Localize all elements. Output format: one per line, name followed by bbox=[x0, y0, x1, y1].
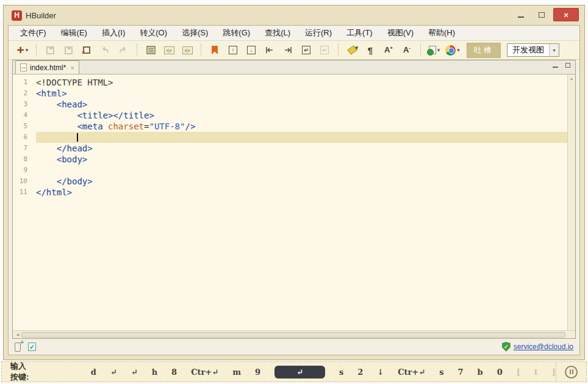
close-button[interactable]: × bbox=[553, 8, 579, 21]
line-number: 8 bbox=[13, 154, 36, 165]
toolbar-separator bbox=[36, 44, 37, 56]
maximize-button[interactable] bbox=[532, 8, 551, 21]
scroll-up-icon[interactable]: ▲ bbox=[570, 76, 574, 330]
editor-panel: <> index.html* × 1<!DOCTYPE HTML>2<html>… bbox=[12, 60, 576, 339]
font-increase-icon: A+ bbox=[384, 45, 393, 54]
run-chrome-button[interactable]: ▾ bbox=[445, 43, 460, 57]
xml-validate-icon: x|x bbox=[164, 46, 174, 54]
code-line[interactable]: 10 </body> bbox=[13, 176, 567, 187]
menu-item[interactable]: 视图(V) bbox=[381, 26, 420, 40]
extract-line-button[interactable]: ↓ bbox=[244, 43, 259, 57]
tab-index-html[interactable]: <> index.html* × bbox=[15, 60, 79, 74]
jump-line-end-button[interactable] bbox=[281, 43, 295, 57]
undo-button[interactable] bbox=[98, 43, 112, 57]
app-body: 文件(F)编辑(E)插入(I)转义(O)选择(S)跳转(G)查找(L)运行(R)… bbox=[8, 25, 580, 355]
code-line[interactable]: 4 <title></title> bbox=[13, 110, 567, 121]
minimize-icon bbox=[518, 16, 524, 18]
horizontal-scrollbar[interactable]: ◄ bbox=[13, 330, 575, 338]
key-indicator: s bbox=[339, 368, 343, 377]
menu-item[interactable]: 工具(T) bbox=[340, 26, 379, 40]
pause-button[interactable] bbox=[565, 366, 578, 379]
format-code-button[interactable] bbox=[143, 43, 158, 57]
menu-item[interactable]: 文件(F) bbox=[13, 26, 53, 40]
import-line-button[interactable]: ↑ bbox=[226, 43, 240, 57]
code-line[interactable]: 2<html> bbox=[13, 88, 567, 99]
close-all-button[interactable] bbox=[79, 43, 94, 57]
soft-wrap-button[interactable]: ↵ bbox=[299, 43, 314, 57]
key-indicator: Ctr+↵ bbox=[398, 368, 425, 377]
xml-validate-button[interactable]: x|x bbox=[162, 43, 176, 57]
menu-item[interactable]: 转义(O) bbox=[133, 26, 174, 40]
xml-schema-icon: x|x bbox=[182, 46, 193, 54]
feedback-button[interactable]: 吐槽 bbox=[467, 43, 501, 58]
menu-item[interactable]: 运行(R) bbox=[298, 26, 339, 40]
scroll-left-icon[interactable]: ◄ bbox=[14, 332, 21, 338]
pane-restore-icon[interactable] bbox=[565, 63, 570, 68]
code-line[interactable]: 9 bbox=[13, 165, 567, 176]
scrollbar-thumb[interactable] bbox=[21, 332, 565, 338]
save-button[interactable] bbox=[43, 43, 57, 57]
bookmark-button[interactable] bbox=[207, 43, 222, 57]
key-display-bar: 输入按键: d↵↵h8Ctr+↵m9↵s2↓Ctr+↵s7b0[t] bbox=[1, 361, 587, 382]
highlighter-button[interactable] bbox=[345, 43, 359, 57]
key-indicator: t bbox=[534, 368, 538, 377]
key-indicator: h bbox=[152, 368, 157, 377]
code-text: </html> bbox=[36, 187, 567, 198]
menu-item[interactable]: 编辑(E) bbox=[54, 26, 94, 40]
vertical-scrollbar[interactable]: ▲ bbox=[567, 74, 575, 330]
key-indicator: Ctr+↵ bbox=[191, 368, 218, 377]
code-line[interactable]: 7 </head> bbox=[13, 143, 567, 154]
redo-button[interactable] bbox=[116, 43, 131, 57]
chevron-down-icon: ▾ bbox=[26, 47, 29, 53]
code-line[interactable]: 6 bbox=[13, 132, 567, 143]
key-indicator: 7 bbox=[457, 368, 463, 377]
toolbar-separator bbox=[137, 44, 137, 56]
view-mode-select[interactable]: 开发视图 ▾ bbox=[507, 43, 559, 57]
menu-item[interactable]: 选择(S) bbox=[175, 26, 215, 40]
code-line[interactable]: 5 <meta charset="UTF-8"/> bbox=[13, 121, 567, 132]
service-email-link[interactable]: service@dcloud.io bbox=[514, 342, 573, 351]
tab-bar: <> index.html* × bbox=[13, 60, 575, 74]
run-icon bbox=[429, 46, 436, 54]
soft-wrap-alt-button[interactable]: ↵ bbox=[317, 43, 332, 57]
key-indicator: ↓ bbox=[377, 368, 384, 377]
pause-icon bbox=[570, 369, 571, 374]
pane-minimize-icon[interactable] bbox=[553, 67, 558, 68]
line-number: 9 bbox=[13, 165, 36, 176]
jump-line-start-button[interactable] bbox=[262, 43, 277, 57]
shield-check-icon: ✓ bbox=[502, 342, 511, 352]
new-file-button[interactable]: + ▾ bbox=[15, 43, 30, 57]
code-text: </body> bbox=[36, 176, 567, 187]
code-area[interactable]: 1<!DOCTYPE HTML>2<html>3 <head>4 <title>… bbox=[13, 74, 567, 330]
code-line[interactable]: 1<!DOCTYPE HTML> bbox=[13, 77, 567, 88]
font-increase-button[interactable]: A+ bbox=[381, 43, 396, 57]
xml-schema-button[interactable]: x|x bbox=[180, 43, 195, 57]
menu-item[interactable]: 跳转(G) bbox=[216, 26, 257, 40]
tab-close-icon[interactable]: × bbox=[70, 64, 74, 71]
code-line[interactable]: 11</html> bbox=[13, 187, 567, 198]
key-indicator: s bbox=[439, 368, 443, 377]
box-return-icon: ↵ bbox=[302, 46, 310, 54]
pause-icon bbox=[572, 369, 573, 374]
code-line[interactable]: 8 <body> bbox=[13, 154, 567, 165]
highlighter-icon bbox=[347, 45, 357, 55]
clipboard-check-icon[interactable]: ✓ bbox=[28, 342, 36, 351]
minimize-button[interactable] bbox=[512, 8, 530, 21]
menu-item[interactable]: 插入(I) bbox=[95, 26, 132, 40]
window-controls: × bbox=[512, 8, 579, 21]
toolbar-separator bbox=[201, 44, 201, 56]
line-number: 4 bbox=[13, 110, 36, 121]
menu-item[interactable]: 帮助(H) bbox=[421, 26, 462, 40]
code-line[interactable]: 3 <head> bbox=[13, 99, 567, 110]
view-mode-value: 开发视图 bbox=[507, 45, 549, 56]
run-button[interactable]: ▾ bbox=[427, 43, 442, 57]
title-bar: H HBuilder × bbox=[8, 5, 580, 25]
menu-item[interactable]: 查找(L) bbox=[258, 26, 297, 40]
font-decrease-button[interactable]: A- bbox=[400, 43, 414, 57]
key-indicator: 2 bbox=[357, 368, 363, 377]
key-indicator: b bbox=[478, 368, 483, 377]
device-plus-icon[interactable] bbox=[15, 342, 21, 352]
line-number: 5 bbox=[13, 121, 36, 132]
show-whitespace-button[interactable]: ¶ bbox=[363, 43, 378, 57]
save-all-button[interactable] bbox=[61, 43, 76, 57]
